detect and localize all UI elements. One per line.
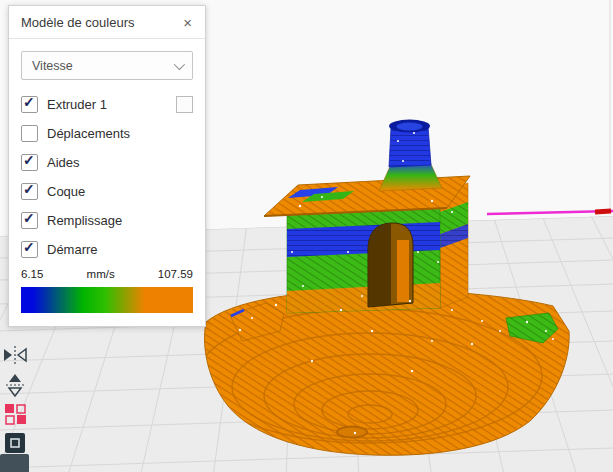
checkbox-row-shell[interactable]: Coque <box>9 177 205 206</box>
checkbox-row-travels[interactable]: Déplacements <box>9 119 205 148</box>
speed-gradient-bar <box>21 287 193 313</box>
checkbox-row-starts[interactable]: Démarre <box>9 235 205 264</box>
speed-max-value: 107.59 <box>158 268 193 280</box>
panel-header: Modèle de couleurs × <box>9 6 205 38</box>
red-line-segment <box>595 211 611 212</box>
color-scheme-panel: Modèle de couleurs × Vitesse Extruder 1 … <box>8 5 206 327</box>
checkbox-row-infill[interactable]: Remplissage <box>9 206 205 235</box>
color-scheme-dropdown-wrap: Vitesse <box>9 39 205 88</box>
color-scheme-dropdown[interactable]: Vitesse <box>21 51 193 80</box>
checkbox[interactable] <box>21 183 38 200</box>
checkbox-label: Extruder 1 <box>47 97 167 112</box>
mirror-horizontal-tool-button[interactable] <box>1 341 29 369</box>
support-blocker-tool-button[interactable] <box>1 429 29 457</box>
corner-tool-button[interactable] <box>0 454 29 472</box>
per-model-settings-tool-button[interactable] <box>1 400 29 428</box>
checkbox[interactable] <box>21 125 38 142</box>
checkbox-row-helpers[interactable]: Aides <box>9 148 205 177</box>
checkbox-label: Déplacements <box>47 126 193 141</box>
checkbox-label: Démarre <box>47 242 193 257</box>
doorway-shadow <box>368 223 391 307</box>
hull-bottom-ring <box>337 427 367 438</box>
close-icon[interactable]: × <box>182 15 193 30</box>
checkbox-row-extruder-1[interactable]: Extruder 1 <box>9 90 205 119</box>
speed-legend-labels: 6.15 mm/s 107.59 <box>9 264 205 280</box>
slicer-preview-window: Modèle de couleurs × Vitesse Extruder 1 … <box>0 0 613 472</box>
checkbox-label: Coque <box>47 184 193 199</box>
speed-unit: mm/s <box>87 268 115 280</box>
color-scheme-value: Vitesse <box>32 59 73 73</box>
doorway-inner-pillar <box>397 240 409 302</box>
checkbox[interactable] <box>21 96 38 113</box>
checkbox[interactable] <box>21 241 38 258</box>
chimney-opening <box>397 123 423 131</box>
checkbox[interactable] <box>21 154 38 171</box>
structure-checkbox-list: Extruder 1 Déplacements Aides Coque Remp… <box>9 88 205 264</box>
mirror-vertical-tool-button[interactable] <box>1 371 29 399</box>
checkbox-label: Remplissage <box>47 213 193 228</box>
mirror-horizontal-icon <box>1 341 29 369</box>
per-model-settings-icon <box>1 400 29 428</box>
extruder-color-swatch[interactable] <box>176 96 193 113</box>
speed-min-value: 6.15 <box>21 268 43 280</box>
mirror-vertical-icon <box>1 371 29 399</box>
checkbox[interactable] <box>21 212 38 229</box>
checkbox-label: Aides <box>47 155 193 170</box>
support-blocker-icon <box>1 429 29 457</box>
panel-title: Modèle de couleurs <box>21 15 134 30</box>
chevron-down-icon <box>174 58 185 69</box>
